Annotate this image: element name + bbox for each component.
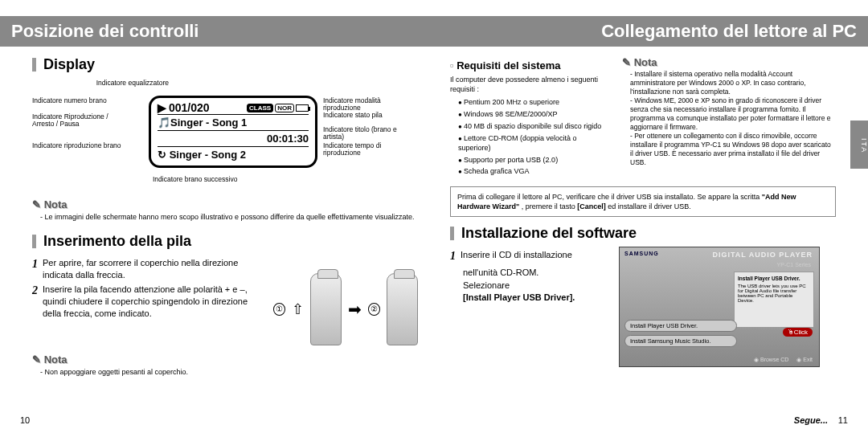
- nota-2-item: Non appoggiare oggetti pesanti al coperc…: [40, 367, 418, 377]
- display-diagram: Indicatore equalizzatore Indicatore nume…: [32, 80, 418, 192]
- req-item: Lettore CD-ROM (doppia velocità o superi…: [458, 133, 611, 153]
- page-right: Collegamento del lettore al PC ITA Requi…: [434, 0, 868, 433]
- battery-step-1: 1 Per aprire, far scorrere il coperchio …: [32, 257, 249, 281]
- screenshot-product: DIGITAL AUDIO PLAYER: [712, 251, 813, 259]
- page-number-left: 10: [20, 415, 30, 425]
- screenshot-brand: SAMSUNG: [624, 251, 659, 256]
- lcd-screen: ▶ 001/020 CLASS NOR 🎵Singer - Song 1 00: [149, 96, 317, 168]
- diagram-num-1: ①: [273, 303, 285, 316]
- screenshot-model: YP-C1 Series: [777, 262, 811, 268]
- page-left: Posizione dei controlli Display Indicato…: [0, 0, 434, 433]
- nota-1-item: Le immagini delle schermate hanno mero s…: [40, 212, 418, 222]
- device-illustration-2: [387, 273, 418, 345]
- battery-diagram: ① ⇧ ➡ ②: [273, 273, 418, 345]
- callout-track-rep: Indicatore riproduzione brano: [32, 142, 129, 149]
- lcd-song1: Singer - Song 1: [170, 116, 247, 129]
- section-display-heading: Display: [32, 56, 418, 73]
- diagram-num-2: ②: [368, 303, 380, 316]
- pre-connect-note-box: Prima di collegare il lettore al PC, ver…: [450, 186, 836, 217]
- pre-connect-text-1: Prima di collegare il lettore al PC, ver…: [457, 193, 762, 201]
- section-battery-heading: Inserimento della pila: [32, 233, 418, 250]
- manual-spread: Posizione dei controlli Display Indicato…: [0, 0, 868, 433]
- callout-play-pause: Indicatore Riproduzione / Arresto / Paus…: [32, 113, 129, 129]
- nor-badge: NOR: [275, 104, 294, 112]
- nota-2-list: Non appoggiare oggetti pesanti al coperc…: [32, 367, 418, 377]
- eq-badge: CLASS: [247, 104, 273, 112]
- install-step-line1: Inserire il CD di installazione: [461, 249, 572, 264]
- callout-next-track: Indicatore brano successivo: [153, 176, 237, 183]
- req-item: Supporto per porta USB (2.0): [458, 155, 611, 165]
- nota-1-label: Nota: [32, 198, 418, 210]
- requirements-list: Pentium 200 MHz o superiore Windows 98 S…: [450, 97, 611, 177]
- req-item: Pentium 200 MHz o superiore: [458, 97, 611, 108]
- pre-connect-text-mid: , premere il tasto: [522, 202, 578, 210]
- step-num-2: 2: [32, 284, 38, 320]
- arrow-up-icon: ⇧: [292, 300, 304, 318]
- install-step-num: 1: [450, 249, 456, 264]
- nota-r-item: Installare il sistema operativo nella mo…: [630, 70, 831, 96]
- nota-right-label: Nota: [622, 56, 831, 68]
- screenshot-info-panel: Install Player USB Driver. The USB drive…: [734, 272, 814, 328]
- left-title-bar: Posizione dei controlli: [0, 16, 434, 47]
- install-step-text: 1 Inserire il CD di installazione nell'u…: [450, 247, 611, 367]
- installer-exit[interactable]: ◉ Exit: [796, 357, 813, 363]
- page-number-right: 11: [838, 415, 848, 425]
- panel-body: The USB driver lets you use PC for Digit…: [738, 284, 810, 303]
- pre-connect-bold-2: [Cancel]: [577, 202, 606, 210]
- right-title-bar: Collegamento del lettore al PC: [434, 16, 868, 47]
- section-install-heading: Installazione del software: [450, 225, 836, 242]
- lcd-time: 00:01:30: [267, 133, 309, 145]
- click-indicator-icon: 🖱Click: [783, 328, 813, 337]
- install-step-bold: [Install Player USB Driver].: [463, 292, 611, 304]
- pre-connect-text-end: ed installare il driver USB.: [608, 202, 691, 210]
- installer-btn-music-studio[interactable]: Install Samsung Music Studio.: [624, 335, 737, 347]
- callout-play-time: Indicatore tempo di riproduzione: [323, 142, 418, 157]
- lcd-row-2: 🎵Singer - Song 1: [158, 114, 309, 130]
- arrow-right-icon: ➡: [348, 300, 362, 319]
- lcd-song2: Singer - Song 2: [170, 149, 246, 161]
- requirements-column: Requisiti del sistema Il computer deve p…: [450, 56, 611, 178]
- battery-step-2: 2 Inserire la pila facendo attenzione al…: [32, 284, 249, 320]
- install-row: 1 Inserire il CD di installazione nell'u…: [450, 247, 836, 367]
- lcd-counter: 001/020: [169, 101, 210, 114]
- play-icon: ▶: [158, 101, 166, 114]
- installer-browse-cd[interactable]: ◉ Browse CD: [754, 357, 788, 363]
- nota-right-column: Nota Installare il sistema operativo nel…: [622, 56, 831, 178]
- installer-btn-usb-driver[interactable]: Install Player USB Driver.: [624, 320, 737, 332]
- step-num-1: 1: [32, 257, 38, 281]
- nota-r-item: Windows ME, 2000 e XP sono in grado di r…: [630, 96, 831, 132]
- requirements-intro: Il computer deve possedere almeno i segu…: [450, 75, 611, 94]
- lcd-row-1: ▶ 001/020 CLASS NOR: [158, 101, 309, 114]
- callout-track-num: Indicatore numero brano: [32, 97, 107, 104]
- req-item: Scheda grafica VGA: [458, 166, 611, 177]
- continue-indicator: Segue...: [794, 415, 828, 425]
- note-icon: 🎵: [158, 116, 170, 129]
- install-step-line3: Selezionare: [463, 280, 611, 292]
- nota-right-list: Installare il sistema operativo nella mo…: [622, 70, 831, 168]
- step-text-2: Inserire la pila facendo attenzione alle…: [43, 284, 249, 320]
- lcd-row-4: ↻ Singer - Song 2: [158, 146, 309, 161]
- nota-1-list: Le immagini delle schermate hanno mero s…: [32, 212, 418, 222]
- callout-battery: Indicatore stato pila: [323, 112, 383, 119]
- nota-2-label: Nota: [32, 353, 418, 366]
- battery-icon: [296, 104, 309, 112]
- language-tab: ITA: [850, 121, 868, 169]
- panel-title: Install Player USB Driver.: [738, 276, 810, 281]
- callout-title-artist: Indicatore titolo (brano e artista): [323, 126, 418, 141]
- requirements-heading: Requisiti del sistema: [450, 59, 611, 71]
- installer-screenshot: SAMSUNG DIGITAL AUDIO PLAYER YP-C1 Serie…: [619, 247, 820, 367]
- install-step-line2: nell'unità CD-ROM.: [463, 267, 611, 279]
- nota-r-item: Per ottenere un collegamento con il disc…: [630, 132, 831, 167]
- req-item: Windows 98 SE/ME/2000/XP: [458, 109, 611, 120]
- callout-eq: Indicatore equalizzatore: [96, 80, 169, 87]
- callout-play-mode: Indicatore modalità riproduzione: [323, 97, 418, 112]
- repeat-icon: ↻: [158, 149, 166, 161]
- step-text-1: Per aprire, far scorrere il coperchio ne…: [43, 257, 249, 281]
- device-illustration-1: [310, 273, 342, 345]
- req-item: 40 MB di spazio disponibile sul disco ri…: [458, 121, 611, 132]
- lcd-row-3: 00:01:30: [158, 130, 309, 146]
